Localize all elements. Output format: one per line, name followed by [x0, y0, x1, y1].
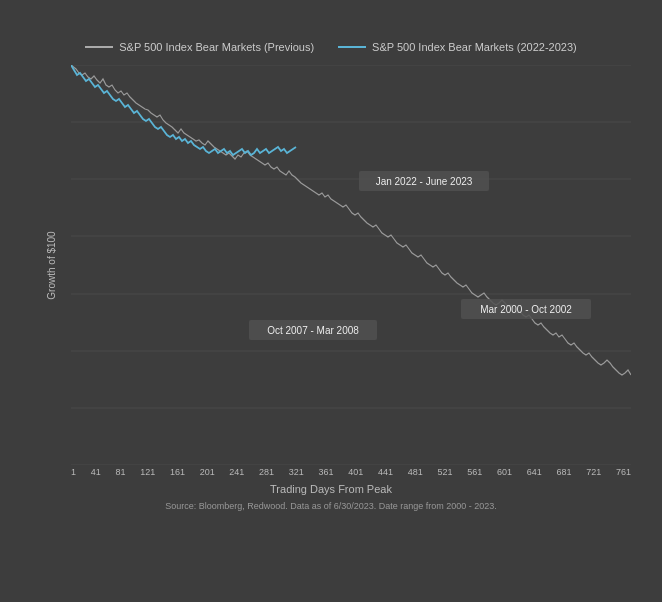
chart-inner: S&P 500 Index Bear Markets (Previous) S&…: [21, 41, 641, 561]
x-tick-361: 361: [319, 467, 334, 477]
x-tick-681: 681: [556, 467, 571, 477]
legend-item-previous: S&P 500 Index Bear Markets (Previous): [85, 41, 314, 53]
x-axis: 1 41 81 121 161 201 241 281 321 361 401 …: [71, 467, 631, 477]
x-tick-281: 281: [259, 467, 274, 477]
x-tick-201: 201: [200, 467, 215, 477]
legend-label-current: S&P 500 Index Bear Markets (2022-2023): [372, 41, 577, 53]
x-tick-721: 721: [586, 467, 601, 477]
chart-svg: 100 90 80 70 60 50 40 30: [71, 65, 631, 465]
x-tick-161: 161: [170, 467, 185, 477]
legend-line-current: [338, 46, 366, 48]
svg-text:Jan 2022 - June 2023: Jan 2022 - June 2023: [376, 176, 473, 187]
svg-text:Mar 2000 - Oct 2002: Mar 2000 - Oct 2002: [480, 304, 572, 315]
legend-label-previous: S&P 500 Index Bear Markets (Previous): [119, 41, 314, 53]
svg-text:Oct 2007 - Mar 2008: Oct 2007 - Mar 2008: [267, 325, 359, 336]
x-tick-761: 761: [616, 467, 631, 477]
x-tick-241: 241: [229, 467, 244, 477]
legend-line-previous: [85, 46, 113, 48]
x-tick-481: 481: [408, 467, 423, 477]
legend-item-current: S&P 500 Index Bear Markets (2022-2023): [338, 41, 577, 53]
x-tick-121: 121: [140, 467, 155, 477]
x-axis-label: Trading Days From Peak: [31, 483, 631, 495]
current-bear-market-line: [71, 65, 296, 155]
y-axis-label: Growth of $100: [46, 231, 57, 299]
x-tick-41: 41: [91, 467, 101, 477]
x-tick-1: 1: [71, 467, 76, 477]
x-tick-321: 321: [289, 467, 304, 477]
chart-legend: S&P 500 Index Bear Markets (Previous) S&…: [21, 41, 641, 53]
x-tick-401: 401: [348, 467, 363, 477]
x-tick-81: 81: [115, 467, 125, 477]
x-tick-521: 521: [438, 467, 453, 477]
chart-wrapper: Growth of $100: [21, 65, 641, 511]
x-tick-561: 561: [467, 467, 482, 477]
source-text: Source: Bloomberg, Redwood. Data as of 6…: [41, 501, 621, 511]
x-tick-441: 441: [378, 467, 393, 477]
x-tick-641: 641: [527, 467, 542, 477]
x-tick-601: 601: [497, 467, 512, 477]
chart-container: S&P 500 Index Bear Markets (Previous) S&…: [0, 0, 662, 602]
